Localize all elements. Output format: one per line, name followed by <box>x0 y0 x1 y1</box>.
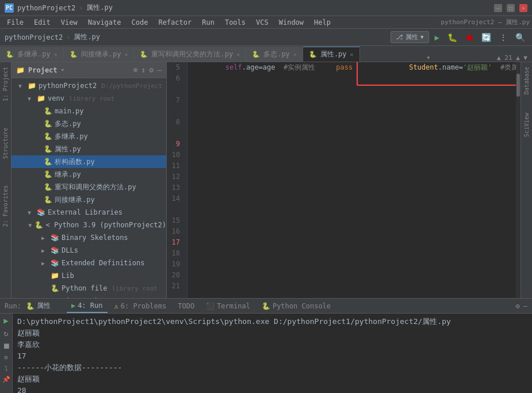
tree-item-binaryskeletons[interactable]: ▶ 📚 Binary Skeletons <box>12 231 166 244</box>
collapse-icon[interactable]: — <box>157 66 162 74</box>
tree-item-jianjiejicheng[interactable]: 🐍 间接继承.py <box>12 193 166 206</box>
tab-duojicheng[interactable]: 🐍 多继承.py ✕ <box>0 47 64 62</box>
reload-button[interactable]: 🔄 <box>479 32 493 43</box>
tab-duotai[interactable]: 🐍 多态.py ✕ <box>246 47 303 62</box>
branch-selector[interactable]: ⎇ 属性 ▾ <box>391 31 429 43</box>
tab-python-console[interactable]: 🐍 Python Console <box>257 299 335 313</box>
tab-label: 多继承.py <box>17 49 51 59</box>
project-name: pythonProject2 <box>17 4 75 12</box>
sidebar-item-favorites[interactable]: 2: Favorites <box>1 181 10 231</box>
tab-file-icon: 🐍 <box>140 51 148 58</box>
tab-run[interactable]: ▶ 4: Run <box>67 299 108 313</box>
tree-item-extlibs[interactable]: ▼ 📚 External Libraries <box>12 206 166 219</box>
menu-window[interactable]: Window <box>274 17 308 28</box>
menu-edit[interactable]: Edit <box>29 17 55 28</box>
tree-item-extdefs[interactable]: ▶ 📚 Extended Definitions <box>12 257 166 269</box>
folder-icon: 📁 <box>51 272 59 280</box>
tree-item-python39[interactable]: ▼ 🐍 < Python 3.9 (pythonProject2) <box>12 219 166 231</box>
tree-item-sitepackages[interactable]: ▶ 📁 site-packages <box>12 295 166 298</box>
tree-item-label: DLLs <box>62 246 78 254</box>
tab-label: 间接继承.py <box>81 49 121 59</box>
tree-item-xigou[interactable]: 🐍 析构函数.py <box>12 155 166 168</box>
tab-close-icon[interactable]: ✕ <box>350 51 354 58</box>
stop-button[interactable]: ⏹ <box>463 32 476 43</box>
minimize-button[interactable]: — <box>494 4 502 12</box>
mini-scrollbar[interactable] <box>516 62 520 298</box>
tab-shuxing[interactable]: 🐍 属性.py ✕ <box>303 47 360 62</box>
tree-item-pythonfile[interactable]: 🐍 Python file library root <box>12 282 166 295</box>
sidebar-item-structure[interactable]: Structure <box>1 123 10 163</box>
tree-item-dlls[interactable]: ▶ 📚 DLLs <box>12 244 166 257</box>
menu-tools[interactable]: Tools <box>220 17 250 28</box>
code-editor[interactable]: self.age=age #实例属性 pass Student.name='赵丽… <box>187 62 516 298</box>
run-pin-icon[interactable]: 📌 <box>2 376 10 383</box>
collapse-icon[interactable]: — <box>523 302 527 310</box>
project-header-actions: ⊕ ↕ ⚙ — <box>133 66 162 74</box>
tree-item-jicheng[interactable]: 🐍 继承.py <box>12 168 166 181</box>
run-scroll-icon[interactable]: ≡ <box>4 354 8 361</box>
menu-file[interactable]: File <box>2 17 28 28</box>
menu-vcs[interactable]: VCS <box>251 17 273 28</box>
tree-arrow-icon: ▼ <box>28 209 35 216</box>
sidebar-item-project[interactable]: 1: Project <box>1 62 10 106</box>
run-content: ▶ ↻ ⏹ ≡ ⤵ 📌 D:\pythonProject1\pythonProj… <box>0 314 532 393</box>
run-wrap-icon[interactable]: ⤵ <box>5 365 8 372</box>
scroll-thumb[interactable] <box>516 74 520 97</box>
debug-button[interactable]: 🐛 <box>445 32 460 43</box>
menu-help[interactable]: Help <box>309 17 335 28</box>
output-line-5: 赵丽颖 <box>17 373 527 385</box>
more-toolbar-icon[interactable]: ⋮ <box>497 32 510 43</box>
tab-close-icon[interactable]: ✕ <box>124 51 128 58</box>
sidebar-item-sciview[interactable]: SciView <box>522 110 531 139</box>
python-file-icon: 🐍 <box>44 170 52 178</box>
search-icon[interactable]: 🔍 <box>513 32 527 43</box>
tabs-overflow-button[interactable]: ▾ <box>422 54 435 62</box>
menu-code[interactable]: Code <box>127 17 153 28</box>
run-button[interactable]: ▶ <box>433 32 442 43</box>
run-rerun-icon[interactable]: ↻ <box>3 329 8 338</box>
tree-item-duotai[interactable]: 🐍 多态.py <box>12 117 166 130</box>
tab-jianjiejicheng[interactable]: 🐍 间接继承.py ✕ <box>64 47 135 62</box>
warning-icon: ⚠ <box>114 302 118 310</box>
maximize-button[interactable]: □ <box>507 4 515 12</box>
menu-view[interactable]: View <box>56 17 82 28</box>
menu-navigate[interactable]: Navigate <box>83 17 126 28</box>
tree-item-venv[interactable]: ▼ 📁 venv library root <box>12 92 166 105</box>
run-file-name[interactable]: 🐍 属性 <box>26 301 51 311</box>
menu-refactor[interactable]: Refactor <box>154 17 196 28</box>
code-line-blank <box>353 62 357 73</box>
tab-close-icon[interactable]: ✕ <box>293 51 297 58</box>
tab-close-icon[interactable]: ✕ <box>236 51 240 58</box>
tab-todo[interactable]: TODO <box>173 299 199 313</box>
project-dropdown-icon[interactable]: ▾ <box>61 66 65 74</box>
output-line-path: D:\pythonProject1\pythonProject2\venv\Sc… <box>17 316 527 327</box>
close-button[interactable]: ✕ <box>519 4 527 12</box>
tree-item-chongxie[interactable]: 🐍 重写和调用父类的方法.py <box>12 181 166 193</box>
breadcrumb-project[interactable]: pythonProject2 <box>5 33 63 41</box>
tree-item-label: 重写和调用父类的方法.py <box>55 182 136 192</box>
tree-item-root[interactable]: ▼ 📁 pythonProject2 D:/pythonProject <box>12 79 166 92</box>
tree-item-label: Extended Definitions <box>62 259 145 267</box>
tab-close-icon[interactable]: ✕ <box>54 51 58 58</box>
run-play-icon[interactable]: ▶ <box>3 316 8 325</box>
run-panel-sidebar: ▶ ↻ ⏹ ≡ ⤵ 📌 <box>0 314 13 393</box>
breadcrumb-file[interactable]: 属性.py <box>74 32 100 42</box>
menu-run[interactable]: Run <box>197 17 219 28</box>
sync-icon[interactable]: ↕ <box>141 66 146 74</box>
tree-arrow-icon: ▶ <box>41 298 48 299</box>
tab-problems[interactable]: ⚠ 6: Problems <box>110 299 171 313</box>
terminal-icon: ⬛ <box>206 302 215 310</box>
tree-item-shuxing[interactable]: 🐍 属性.py <box>12 143 166 155</box>
left-sidebar: 1: Project Structure 2: Favorites <box>0 62 12 298</box>
sidebar-item-database[interactable]: Database <box>522 64 531 97</box>
tree-item-duojicheng[interactable]: 🐍 多继承.py <box>12 130 166 143</box>
add-icon[interactable]: ⊕ <box>133 66 138 74</box>
tab-terminal[interactable]: ⬛ Terminal <box>201 299 255 313</box>
tree-item-main[interactable]: 🐍 main.py <box>12 105 166 117</box>
tree-item-lib[interactable]: 📁 Lib <box>12 269 166 282</box>
settings-icon[interactable]: ⚙ <box>149 66 154 74</box>
tab-chongxie[interactable]: 🐍 重写和调用父类的方法.py ✕ <box>134 47 246 62</box>
run-stop-icon[interactable]: ⏹ <box>2 341 10 350</box>
tree-item-label: 间接继承.py <box>55 195 95 205</box>
settings-icon[interactable]: ⚙ <box>516 302 520 310</box>
